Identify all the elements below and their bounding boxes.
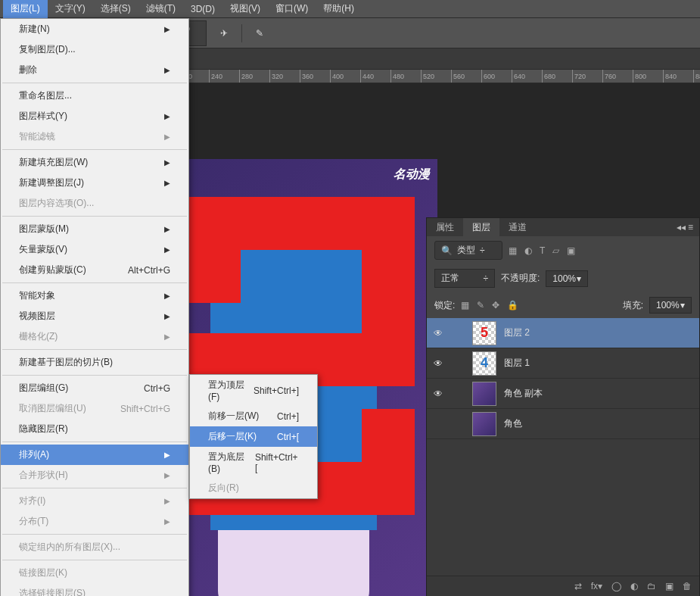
layer-name[interactable]: 图层 1: [501, 357, 530, 370]
menu-separator: [2, 560, 187, 560]
panel-tab-properties[interactable]: 属性: [427, 218, 463, 237]
menu-item[interactable]: 视频图层▶: [1, 306, 188, 326]
menubar: 图层(L) 文字(Y) 选择(S) 滤镜(T) 3D(D) 视图(V) 窗口(W…: [0, 0, 700, 18]
lock-transparent-icon[interactable]: ▦: [461, 300, 469, 310]
menu-item[interactable]: 新建调整图层(J)▶: [1, 173, 188, 193]
layer-name[interactable]: 角色 副本: [501, 387, 543, 400]
ruler-tick: 760: [602, 70, 616, 83]
ruler-tick: 600: [481, 70, 495, 83]
menu-item[interactable]: 创建剪贴蒙版(C)Alt+Ctrl+G: [1, 260, 188, 280]
ruler-tick: 640: [512, 70, 525, 83]
menu-item: 选择链接图层(S): [1, 583, 188, 596]
ruler-tick: 280: [239, 70, 253, 83]
watermark: 名动漫: [394, 167, 430, 183]
lock-position-icon[interactable]: ✥: [492, 300, 499, 310]
layer-filter-select[interactable]: 🔍 类型 ÷: [434, 241, 502, 260]
menu-separator: [2, 349, 187, 350]
visibility-toggle[interactable]: 👁: [427, 328, 450, 339]
menu-window[interactable]: 窗口(W): [268, 0, 316, 18]
menu-text[interactable]: 文字(Y): [48, 0, 93, 18]
menu-select[interactable]: 选择(S): [93, 0, 138, 18]
menu-help[interactable]: 帮助(H): [316, 0, 362, 18]
ruler-tick: 720: [572, 70, 586, 83]
menu-item[interactable]: 新建(N)▶: [1, 19, 188, 39]
menu-item[interactable]: 复制图层(D)...: [1, 39, 188, 60]
lock-paint-icon[interactable]: ✎: [477, 300, 484, 310]
menu-separator: [2, 282, 187, 283]
submenu-item[interactable]: 置为底层(B)Shift+Ctrl+[: [190, 447, 317, 478]
menu-item: 分布(T)▶: [1, 511, 188, 532]
submenu-item: 反向(R): [190, 478, 317, 498]
menu-item[interactable]: 图层样式(Y)▶: [1, 106, 188, 126]
menu-layer[interactable]: 图层(L): [3, 0, 48, 18]
layer-thumbnail[interactable]: 4: [472, 351, 496, 376]
menu-separator: [2, 216, 187, 217]
lock-label: 锁定:: [434, 299, 455, 312]
ruler-tick: 320: [269, 70, 283, 83]
layer-thumbnail[interactable]: [472, 382, 496, 406]
menu-item: 栅格化(Z)▶: [1, 326, 188, 347]
layer-row[interactable]: 👁4图层 1: [427, 348, 699, 379]
menu-item[interactable]: 删除▶: [1, 60, 188, 80]
panel-tabs: 属性 图层 通道 ◂◂ ≡: [427, 218, 699, 236]
menu-item[interactable]: 新建基于图层的切片(B): [1, 352, 188, 373]
menu-3d[interactable]: 3D(D): [183, 1, 222, 17]
filter-smart-icon[interactable]: ▣: [567, 245, 575, 256]
visibility-toggle[interactable]: 👁: [427, 388, 450, 399]
submenu-item[interactable]: 后移一层(K)Ctrl+[: [190, 426, 317, 447]
opacity-input[interactable]: 100%▾: [546, 270, 588, 287]
layer-thumbnail[interactable]: [472, 412, 496, 436]
menu-view[interactable]: 视图(V): [222, 0, 268, 18]
panel-tab-channels[interactable]: 通道: [499, 218, 536, 237]
fill-input[interactable]: 100%▾: [649, 297, 692, 314]
ruler-tick: 360: [300, 70, 313, 83]
ruler-tick: 560: [451, 70, 465, 83]
layers-panel: 属性 图层 通道 ◂◂ ≡ 🔍 类型 ÷ ▦ ◐ T ▱ ▣ 正常÷ 不透明度:…: [426, 217, 700, 596]
blend-mode-select[interactable]: 正常÷: [434, 269, 495, 288]
filter-pixel-icon[interactable]: ▦: [509, 245, 517, 256]
layer-name[interactable]: 图层 2: [501, 326, 530, 339]
menu-item: 链接图层(K): [1, 563, 188, 583]
filter-type-icon[interactable]: T: [540, 245, 545, 256]
menu-item[interactable]: 智能对象▶: [1, 286, 188, 306]
layer-mask-icon[interactable]: ◯: [611, 581, 621, 591]
pressure-opacity-icon[interactable]: ✎: [250, 23, 269, 43]
panel-collapse-icon[interactable]: ◂◂ ≡: [670, 222, 699, 232]
menu-filter[interactable]: 滤镜(T): [138, 0, 183, 18]
filter-adjust-icon[interactable]: ◐: [524, 245, 532, 256]
submenu-item[interactable]: 前移一层(W)Ctrl+]: [190, 406, 317, 426]
panel-tab-layers[interactable]: 图层: [463, 218, 499, 237]
filter-shape-icon[interactable]: ▱: [552, 245, 559, 256]
layer-row[interactable]: 👁5图层 2: [427, 318, 699, 348]
menu-item: 对齐(I)▶: [1, 491, 188, 511]
lock-all-icon[interactable]: 🔒: [507, 300, 518, 310]
layer-row[interactable]: 👁角色 副本: [427, 379, 699, 409]
layer-thumbnail[interactable]: 5: [472, 321, 496, 345]
layer-fx-icon[interactable]: fx▾: [591, 581, 602, 591]
new-group-icon[interactable]: 🗀: [647, 581, 656, 591]
visibility-toggle[interactable]: 👁: [427, 358, 450, 369]
new-layer-icon[interactable]: ▣: [665, 581, 674, 591]
delete-layer-icon[interactable]: 🗑: [683, 581, 692, 591]
menu-item[interactable]: 图层蒙版(M)▶: [1, 219, 188, 239]
new-fill-icon[interactable]: ◐: [630, 581, 638, 591]
arrange-submenu: 置为顶层(F)Shift+Ctrl+]前移一层(W)Ctrl+]后移一层(K)C…: [189, 374, 318, 499]
ruler-tick: 400: [330, 70, 344, 83]
layer-name[interactable]: 角色: [501, 417, 522, 430]
menu-item[interactable]: 图层编组(G)Ctrl+G: [1, 378, 188, 398]
menu-item[interactable]: 矢量蒙版(V)▶: [1, 239, 188, 260]
airbrush-icon[interactable]: ✈: [214, 23, 234, 43]
link-layers-icon[interactable]: ⇄: [574, 581, 582, 591]
submenu-item[interactable]: 置为顶层(F)Shift+Ctrl+]: [190, 375, 317, 406]
fill-label: 填充:: [623, 299, 643, 312]
divider: [241, 24, 242, 42]
menu-item[interactable]: 重命名图层...: [1, 86, 188, 106]
ruler-tick: 440: [360, 70, 374, 83]
menu-item[interactable]: 隐藏图层(R): [1, 419, 188, 439]
menu-item[interactable]: 新建填充图层(W)▶: [1, 152, 188, 173]
layer-row[interactable]: 角色: [427, 409, 699, 439]
menu-item[interactable]: 排列(A)▶: [1, 445, 188, 465]
ruler-tick: 800: [633, 70, 646, 83]
menu-item: 智能滤镜▶: [1, 126, 188, 147]
ruler-tick: 480: [390, 70, 404, 83]
